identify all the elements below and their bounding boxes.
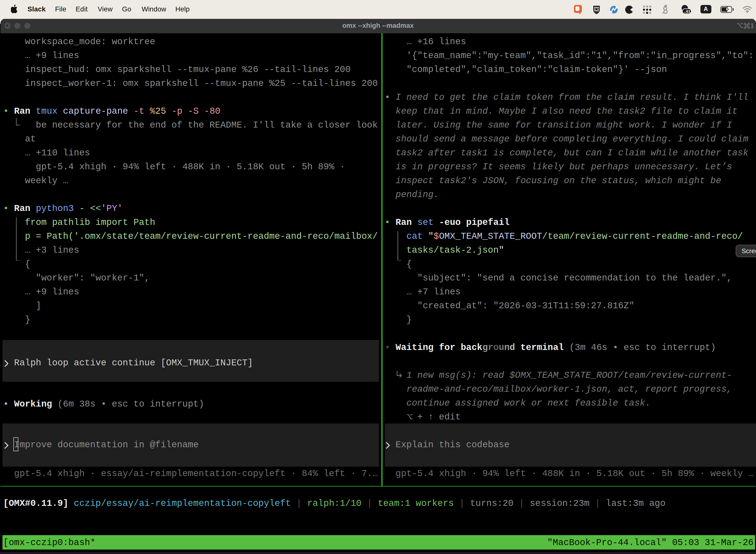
svg-text:..61: ..61	[684, 9, 690, 13]
